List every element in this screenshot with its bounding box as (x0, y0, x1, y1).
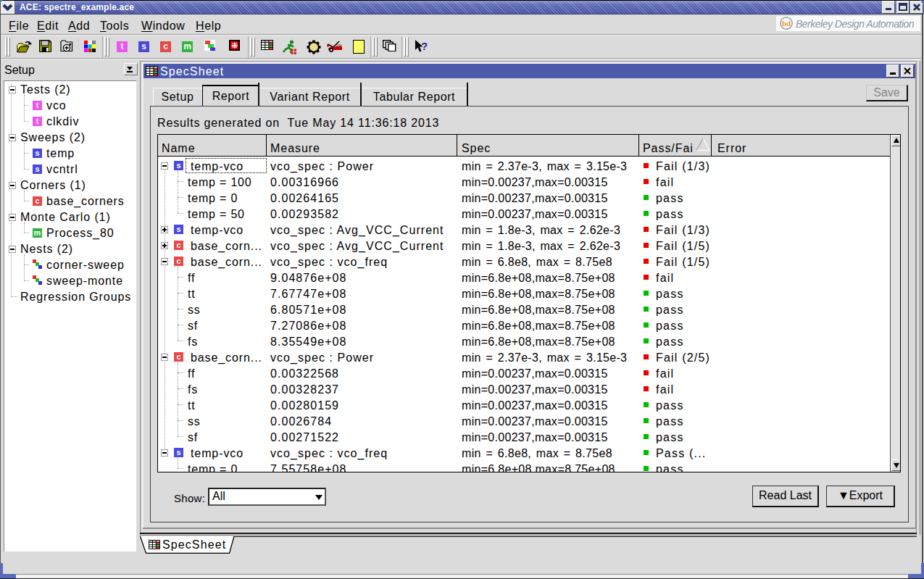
svg-text:bd: bd (782, 19, 791, 28)
svg-text:?: ? (421, 40, 428, 52)
